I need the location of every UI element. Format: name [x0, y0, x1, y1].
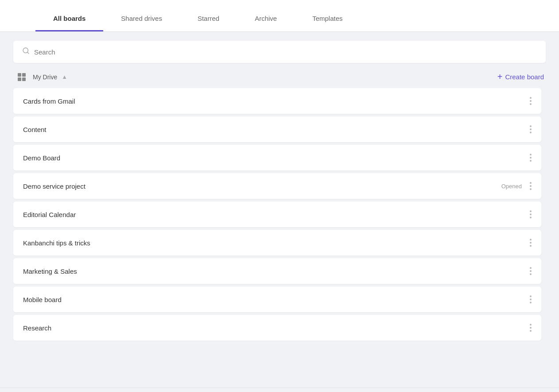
svg-point-13	[530, 188, 532, 190]
more-options-icon[interactable]	[528, 294, 533, 305]
board-row[interactable]: Kanbanchi tips & tricks	[13, 230, 541, 256]
search-input[interactable]	[34, 48, 537, 56]
board-status: Opened	[501, 183, 522, 190]
svg-point-15	[530, 213, 532, 215]
more-options-icon[interactable]	[528, 209, 533, 220]
svg-point-11	[530, 182, 532, 184]
create-board-label: Create board	[505, 73, 544, 81]
footer: Import board from Trello | Jira | CSV Ho…	[0, 388, 559, 392]
svg-point-5	[530, 125, 532, 127]
board-name: Editorial Calendar	[23, 211, 76, 218]
boards-list: Cards from GmailContentDemo BoardDemo se…	[13, 88, 541, 343]
drive-grid-icon	[15, 72, 28, 82]
svg-point-14	[530, 210, 532, 212]
more-options-icon[interactable]	[528, 265, 533, 277]
board-row[interactable]: Mobile board	[13, 287, 541, 312]
board-row-right	[528, 237, 533, 248]
main-content: My Drive ▲ + Create board Cards from Gma…	[0, 32, 559, 383]
svg-point-27	[530, 327, 532, 329]
tab-shared-drives[interactable]: Shared drives	[103, 15, 180, 31]
board-row[interactable]: Demo service projectOpened	[13, 173, 541, 199]
search-bar	[13, 41, 546, 63]
plus-icon: +	[497, 72, 503, 82]
svg-point-8	[530, 154, 532, 155]
svg-point-6	[530, 128, 532, 130]
svg-point-20	[530, 267, 532, 269]
search-icon	[22, 47, 30, 57]
more-options-icon[interactable]	[528, 322, 533, 334]
svg-point-26	[530, 324, 532, 326]
svg-point-3	[530, 100, 532, 102]
svg-point-12	[530, 185, 532, 187]
more-options-icon[interactable]	[528, 124, 533, 135]
svg-point-19	[530, 245, 532, 247]
my-drive-label: My Drive ▲	[15, 72, 67, 82]
board-row[interactable]: Marketing & Sales	[13, 258, 541, 284]
board-row-right	[528, 265, 533, 277]
board-name: Kanbanchi tips & tricks	[23, 239, 90, 247]
more-options-icon[interactable]	[528, 237, 533, 248]
svg-point-24	[530, 299, 532, 300]
more-options-icon[interactable]	[528, 152, 533, 163]
board-name: Demo service project	[23, 182, 85, 190]
svg-point-16	[530, 217, 532, 218]
svg-point-4	[530, 103, 532, 105]
board-row-right	[528, 124, 533, 135]
drive-header: My Drive ▲ + Create board	[13, 72, 546, 82]
sort-arrow-icon[interactable]: ▲	[62, 74, 67, 80]
svg-point-17	[530, 239, 532, 241]
svg-point-23	[530, 295, 532, 297]
svg-point-9	[530, 157, 532, 159]
board-row-right	[528, 294, 533, 305]
svg-point-25	[530, 302, 532, 303]
svg-point-7	[530, 132, 532, 133]
board-row[interactable]: Demo Board	[13, 145, 541, 171]
board-row-right	[528, 322, 533, 334]
tab-all-boards[interactable]: All boards	[35, 15, 103, 31]
tab-starred[interactable]: Starred	[180, 15, 237, 31]
board-row[interactable]: Cards from Gmail	[13, 88, 541, 114]
board-name: Mobile board	[23, 296, 62, 303]
board-row[interactable]: Research	[13, 315, 541, 341]
board-name: Research	[23, 324, 51, 332]
create-board-button[interactable]: + Create board	[497, 72, 544, 82]
board-name: Content	[23, 126, 47, 133]
board-row-right	[528, 95, 533, 107]
board-row[interactable]: Editorial Calendar	[13, 202, 541, 227]
svg-point-28	[530, 330, 532, 332]
tab-archive[interactable]: Archive	[237, 15, 295, 31]
tab-templates[interactable]: Templates	[295, 15, 360, 31]
board-row[interactable]: Content	[13, 116, 541, 142]
svg-point-10	[530, 160, 532, 162]
svg-line-1	[27, 52, 29, 54]
svg-point-22	[530, 273, 532, 275]
board-name: Demo Board	[23, 154, 60, 162]
board-row-right	[528, 209, 533, 220]
my-drive-text: My Drive	[33, 74, 57, 81]
svg-point-21	[530, 270, 532, 272]
svg-point-18	[530, 242, 532, 244]
board-name: Cards from Gmail	[23, 97, 75, 105]
top-navigation: All boards Shared drives Starred Archive…	[0, 0, 559, 32]
boards-outer: Cards from GmailContentDemo BoardDemo se…	[13, 88, 546, 343]
board-row-right: Opened	[501, 180, 533, 192]
more-options-icon[interactable]	[528, 180, 533, 192]
board-row-right	[528, 152, 533, 163]
more-options-icon[interactable]	[528, 95, 533, 107]
svg-point-2	[530, 97, 532, 99]
board-name: Marketing & Sales	[23, 268, 77, 275]
